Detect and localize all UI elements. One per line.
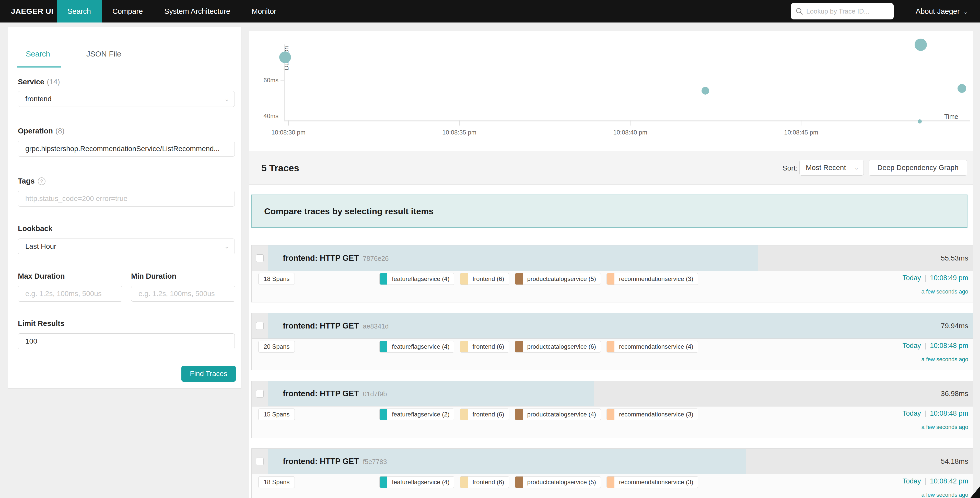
sort-select[interactable]: Most Recent ⌄ [799,160,864,176]
tab-search[interactable]: Search [26,49,50,58]
operation-select[interactable]: grpc.hipstershop.RecommendationService/L… [18,141,235,157]
nav-item-monitor[interactable]: Monitor [241,0,287,22]
span-count-badge: 20 Spans [258,341,295,353]
trace-name: frontend: HTTP GET [283,254,359,263]
service-color-chip [515,273,523,284]
trace-card-header: frontend: HTTP GETf5e778354.18ms [251,449,973,474]
tags-input[interactable]: http.status_code=200 error=true [18,191,235,207]
about-jaeger-menu[interactable]: About Jaeger⌄ [916,0,968,22]
trace-result-card[interactable]: frontend: HTTP GET7876e2655.53ms18 Spans… [251,245,973,302]
trace-result-card[interactable]: frontend: HTTP GET01d7f9b36.98ms15 Spans… [251,381,973,438]
service-color-chip [607,273,614,284]
service-tag-label: productcatalogservice (5) [523,477,601,488]
trace-name: frontend: HTTP GET [283,457,359,466]
trace-duration: 36.98ms [941,381,968,406]
service-tag-list: featureflagservice (2)frontend (6)produc… [379,409,698,420]
lookback-select[interactable]: Last Hour ⌄ [18,238,235,254]
search-results-panel: Duration Time 10:08:30 pm10:08:35 pm10:0… [249,31,974,498]
service-tag-label: featureflagservice (4) [387,273,454,284]
trace-day: Today [903,342,921,350]
service-color-chip [460,409,468,420]
chevron-down-icon: ⌄ [224,91,229,107]
trace-id: 7876e26 [363,255,388,262]
trace-timestamp[interactable]: Today|10:08:49 pm [903,274,968,282]
trace-timestamp[interactable]: Today|10:08:42 pm [903,477,968,485]
timestamp-separator: | [924,342,926,350]
trace-scatter-point[interactable] [915,38,927,51]
timestamp-separator: | [924,477,926,485]
trace-title: frontend: HTTP GETae8341d [283,313,389,338]
trace-compare-checkbox[interactable] [256,322,264,330]
chevron-down-icon: ⌄ [854,160,859,176]
service-select[interactable]: frontend ⌄ [18,91,235,107]
help-icon[interactable]: ? [38,177,46,185]
service-tag-label: frontend (6) [468,409,509,420]
x-axis-tick-label: 10:08:35 pm [431,129,487,136]
service-tag-label: recommendationservice (4) [614,341,698,352]
trace-time: 10:08:49 pm [930,274,968,282]
chevron-down-icon: ⌄ [963,9,968,15]
tab-json-file[interactable]: JSON File [86,49,121,58]
trace-result-card[interactable]: frontend: HTTP GETf5e778354.18ms18 Spans… [251,449,973,498]
min-duration-input[interactable]: e.g. 1.2s, 100ms, 500us [131,286,235,302]
trace-scatter-point[interactable] [958,84,966,93]
trace-id-lookup-input[interactable]: Lookup by Trace ID... [791,3,894,19]
main-menu: Search Compare System Architecture Monit… [57,0,287,22]
service-color-chip [515,341,523,352]
nav-item-search[interactable]: Search [57,0,102,22]
max-duration-input[interactable]: e.g. 1.2s, 100ms, 500us [18,286,123,302]
service-tag-label: frontend (6) [468,341,509,352]
app-brand: JAEGER UI [11,0,53,22]
trace-relative-time: a few seconds ago [921,356,968,363]
service-color-chip [380,341,387,352]
nav-item-compare[interactable]: Compare [102,0,154,22]
trace-title: frontend: HTTP GET01d7f9b [283,381,387,406]
service-tag: recommendationservice (3) [606,273,698,285]
service-tag: frontend (6) [460,476,509,488]
timestamp-separator: | [924,410,926,417]
service-tag-label: featureflagservice (2) [387,409,454,420]
find-traces-button[interactable]: Find Traces [181,366,236,381]
span-count-badge: 18 Spans [258,476,295,488]
trace-card-header: frontend: HTTP GET7876e2655.53ms [251,246,973,271]
search-sidebar: Search JSON File Service(14) frontend ⌄ … [8,27,242,389]
trace-scatter-point[interactable] [279,51,291,63]
x-axis-tick-label: 10:08:30 pm [260,129,317,136]
trace-relative-time: a few seconds ago [921,492,968,498]
service-tag-list: featureflagservice (4)frontend (6)produc… [379,273,698,285]
y-axis-tick-label: 60ms [256,77,278,84]
service-color-chip [380,477,387,488]
service-tag: frontend (6) [460,409,509,420]
corner-artifact [970,486,980,498]
service-tag: productcatalogservice (5) [515,476,601,488]
x-axis-label: Time [944,113,962,120]
trace-result-card[interactable]: frontend: HTTP GETae8341d79.94ms20 Spans… [251,313,973,370]
trace-timestamp[interactable]: Today|10:08:48 pm [903,342,968,350]
trace-count: 5 Traces [261,152,299,185]
trace-timestamp[interactable]: Today|10:08:48 pm [903,410,968,417]
trace-compare-checkbox[interactable] [256,458,264,465]
trace-scatter-point[interactable] [702,87,709,94]
service-color-chip [380,273,387,284]
trace-compare-checkbox[interactable] [256,390,264,397]
results-header-band: 5 Traces Sort: Most Recent ⌄ Deep Depend… [249,151,974,185]
service-tag-label: frontend (6) [468,477,509,488]
nav-item-system-architecture[interactable]: System Architecture [154,0,241,22]
service-tag: recommendationservice (3) [606,409,698,420]
sort-label: Sort: [776,152,798,185]
x-axis-tick [801,120,802,126]
limit-results-input[interactable]: 100 [18,334,235,349]
operation-label: Operation(8) [18,127,64,135]
service-tag: frontend (6) [460,273,509,285]
service-tag-label: frontend (6) [468,273,509,284]
service-color-chip [607,477,614,488]
deep-dependency-graph-button[interactable]: Deep Dependency Graph [869,160,967,176]
trace-duration: 79.94ms [941,313,968,338]
service-tag-label: productcatalogservice (4) [523,409,601,420]
trace-compare-checkbox[interactable] [256,254,264,262]
trace-scatter-point[interactable] [918,120,922,123]
chevron-down-icon: ⌄ [224,239,229,254]
service-tag: frontend (6) [460,341,509,353]
service-tag: featureflagservice (4) [379,341,454,353]
service-tag: productcatalogservice (5) [515,273,601,285]
